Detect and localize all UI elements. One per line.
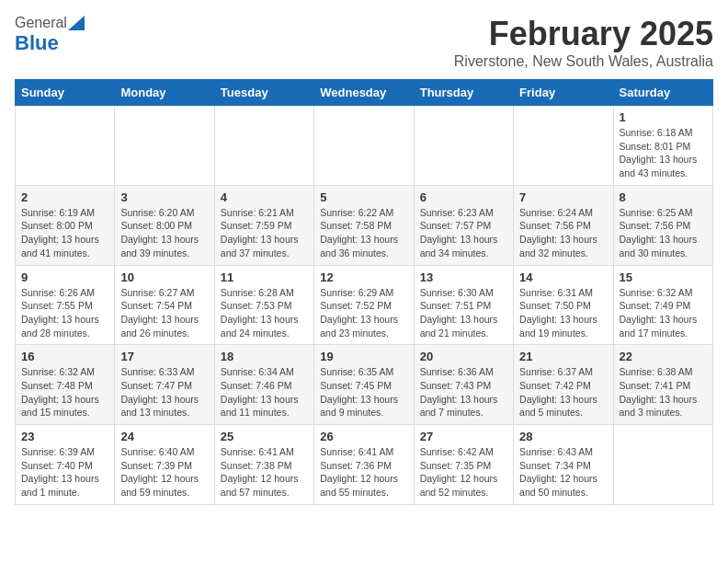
calendar-cell: 17Sunrise: 6:33 AM Sunset: 7:47 PM Dayli…: [115, 345, 214, 425]
calendar-cell: 19Sunrise: 6:35 AM Sunset: 7:45 PM Dayli…: [314, 345, 414, 425]
logo-blue-text: Blue: [15, 31, 59, 55]
calendar-cell: [514, 106, 613, 186]
calendar-header-row: SundayMondayTuesdayWednesdayThursdayFrid…: [16, 80, 713, 106]
calendar-cell: [613, 425, 712, 505]
calendar-cell: 5Sunrise: 6:22 AM Sunset: 7:58 PM Daylig…: [314, 185, 414, 265]
calendar-week-row: 2Sunrise: 6:19 AM Sunset: 8:00 PM Daylig…: [16, 185, 713, 265]
day-number: 12: [320, 270, 407, 284]
calendar-cell: 8Sunrise: 6:25 AM Sunset: 7:56 PM Daylig…: [613, 185, 712, 265]
day-number: 7: [519, 190, 607, 204]
calendar-week-row: 16Sunrise: 6:32 AM Sunset: 7:48 PM Dayli…: [16, 345, 713, 425]
day-info: Sunrise: 6:30 AM Sunset: 7:51 PM Dayligh…: [420, 286, 507, 340]
location-subtitle: Riverstone, New South Wales, Australia: [454, 53, 713, 70]
day-info: Sunrise: 6:29 AM Sunset: 7:52 PM Dayligh…: [320, 286, 407, 340]
day-number: 24: [120, 430, 208, 443]
calendar-cell: 6Sunrise: 6:23 AM Sunset: 7:57 PM Daylig…: [414, 185, 513, 265]
day-number: 17: [120, 350, 208, 363]
month-title: February 2025: [454, 15, 713, 53]
calendar-cell: 13Sunrise: 6:30 AM Sunset: 7:51 PM Dayli…: [414, 265, 513, 345]
day-info: Sunrise: 6:39 AM Sunset: 7:40 PM Dayligh…: [21, 445, 108, 500]
day-info: Sunrise: 6:31 AM Sunset: 7:50 PM Dayligh…: [519, 286, 607, 340]
day-number: 11: [221, 270, 308, 284]
logo: General Blue: [15, 15, 85, 55]
day-info: Sunrise: 6:20 AM Sunset: 8:00 PM Dayligh…: [120, 206, 208, 260]
day-number: 27: [420, 430, 507, 443]
calendar-header-monday: Monday: [115, 80, 214, 106]
day-info: Sunrise: 6:32 AM Sunset: 7:48 PM Dayligh…: [21, 365, 108, 419]
day-number: 1: [620, 110, 707, 124]
day-info: Sunrise: 6:41 AM Sunset: 7:38 PM Dayligh…: [221, 445, 308, 500]
calendar-week-row: 1Sunrise: 6:18 AM Sunset: 8:01 PM Daylig…: [16, 106, 713, 186]
day-info: Sunrise: 6:28 AM Sunset: 7:53 PM Dayligh…: [221, 286, 308, 340]
day-number: 8: [620, 190, 707, 204]
calendar-cell: 1Sunrise: 6:18 AM Sunset: 8:01 PM Daylig…: [613, 106, 712, 186]
calendar-cell: 26Sunrise: 6:41 AM Sunset: 7:36 PM Dayli…: [314, 425, 414, 505]
day-number: 9: [21, 270, 108, 284]
calendar-cell: [16, 106, 115, 186]
day-number: 5: [320, 190, 407, 204]
day-info: Sunrise: 6:35 AM Sunset: 7:45 PM Dayligh…: [320, 365, 407, 419]
calendar-header-wednesday: Wednesday: [314, 80, 414, 106]
day-info: Sunrise: 6:43 AM Sunset: 7:34 PM Dayligh…: [519, 445, 607, 500]
calendar-header-friday: Friday: [514, 80, 613, 106]
day-info: Sunrise: 6:40 AM Sunset: 7:39 PM Dayligh…: [120, 445, 208, 500]
day-number: 14: [519, 270, 607, 284]
day-info: Sunrise: 6:42 AM Sunset: 7:35 PM Dayligh…: [420, 445, 507, 500]
calendar-cell: 20Sunrise: 6:36 AM Sunset: 7:43 PM Dayli…: [414, 345, 513, 425]
calendar-cell: [115, 106, 214, 186]
calendar-cell: 16Sunrise: 6:32 AM Sunset: 7:48 PM Dayli…: [16, 345, 115, 425]
calendar-cell: 7Sunrise: 6:24 AM Sunset: 7:56 PM Daylig…: [514, 185, 613, 265]
calendar-cell: 11Sunrise: 6:28 AM Sunset: 7:53 PM Dayli…: [214, 265, 313, 345]
day-number: 25: [221, 430, 308, 443]
day-info: Sunrise: 6:27 AM Sunset: 7:54 PM Dayligh…: [120, 286, 208, 340]
day-number: 10: [120, 270, 208, 284]
day-number: 26: [320, 430, 407, 443]
day-number: 15: [620, 270, 707, 284]
day-info: Sunrise: 6:22 AM Sunset: 7:58 PM Dayligh…: [320, 206, 407, 260]
calendar-cell: 28Sunrise: 6:43 AM Sunset: 7:34 PM Dayli…: [514, 425, 613, 505]
calendar-cell: 24Sunrise: 6:40 AM Sunset: 7:39 PM Dayli…: [115, 425, 214, 505]
day-info: Sunrise: 6:41 AM Sunset: 7:36 PM Dayligh…: [320, 445, 407, 500]
day-number: 6: [420, 190, 507, 204]
calendar-cell: 12Sunrise: 6:29 AM Sunset: 7:52 PM Dayli…: [314, 265, 414, 345]
day-info: Sunrise: 6:18 AM Sunset: 8:01 PM Dayligh…: [620, 126, 707, 180]
svg-marker-0: [68, 16, 85, 30]
calendar-week-row: 23Sunrise: 6:39 AM Sunset: 7:40 PM Dayli…: [16, 425, 713, 505]
calendar-cell: 2Sunrise: 6:19 AM Sunset: 8:00 PM Daylig…: [16, 185, 115, 265]
page-header: General Blue February 2025 Riverstone, N…: [15, 15, 713, 70]
day-number: 21: [519, 350, 607, 363]
calendar-table: SundayMondayTuesdayWednesdayThursdayFrid…: [15, 79, 713, 505]
day-info: Sunrise: 6:34 AM Sunset: 7:46 PM Dayligh…: [221, 365, 308, 419]
day-number: 18: [221, 350, 308, 363]
calendar-cell: 9Sunrise: 6:26 AM Sunset: 7:55 PM Daylig…: [16, 265, 115, 345]
logo-general-text: General: [15, 15, 67, 31]
day-info: Sunrise: 6:21 AM Sunset: 7:59 PM Dayligh…: [221, 206, 308, 260]
day-number: 20: [420, 350, 507, 363]
calendar-cell: 23Sunrise: 6:39 AM Sunset: 7:40 PM Dayli…: [16, 425, 115, 505]
day-number: 13: [420, 270, 507, 284]
calendar-cell: 21Sunrise: 6:37 AM Sunset: 7:42 PM Dayli…: [514, 345, 613, 425]
calendar-cell: 15Sunrise: 6:32 AM Sunset: 7:49 PM Dayli…: [613, 265, 712, 345]
day-info: Sunrise: 6:25 AM Sunset: 7:56 PM Dayligh…: [620, 206, 707, 260]
calendar-cell: 22Sunrise: 6:38 AM Sunset: 7:41 PM Dayli…: [613, 345, 712, 425]
day-info: Sunrise: 6:23 AM Sunset: 7:57 PM Dayligh…: [420, 206, 507, 260]
calendar-header-tuesday: Tuesday: [214, 80, 313, 106]
calendar-header-sunday: Sunday: [16, 80, 115, 106]
day-number: 2: [21, 190, 108, 204]
day-info: Sunrise: 6:19 AM Sunset: 8:00 PM Dayligh…: [21, 206, 108, 260]
day-number: 3: [120, 190, 208, 204]
day-number: 28: [519, 430, 607, 443]
calendar-cell: [214, 106, 313, 186]
day-info: Sunrise: 6:37 AM Sunset: 7:42 PM Dayligh…: [519, 365, 607, 419]
day-info: Sunrise: 6:36 AM Sunset: 7:43 PM Dayligh…: [420, 365, 507, 419]
calendar-cell: 14Sunrise: 6:31 AM Sunset: 7:50 PM Dayli…: [514, 265, 613, 345]
day-info: Sunrise: 6:38 AM Sunset: 7:41 PM Dayligh…: [620, 365, 707, 419]
calendar-cell: 25Sunrise: 6:41 AM Sunset: 7:38 PM Dayli…: [214, 425, 313, 505]
calendar-week-row: 9Sunrise: 6:26 AM Sunset: 7:55 PM Daylig…: [16, 265, 713, 345]
calendar-header-saturday: Saturday: [613, 80, 712, 106]
day-info: Sunrise: 6:32 AM Sunset: 7:49 PM Dayligh…: [620, 286, 707, 340]
calendar-header-thursday: Thursday: [414, 80, 513, 106]
day-number: 19: [320, 350, 407, 363]
calendar-cell: [414, 106, 513, 186]
day-info: Sunrise: 6:26 AM Sunset: 7:55 PM Dayligh…: [21, 286, 108, 340]
